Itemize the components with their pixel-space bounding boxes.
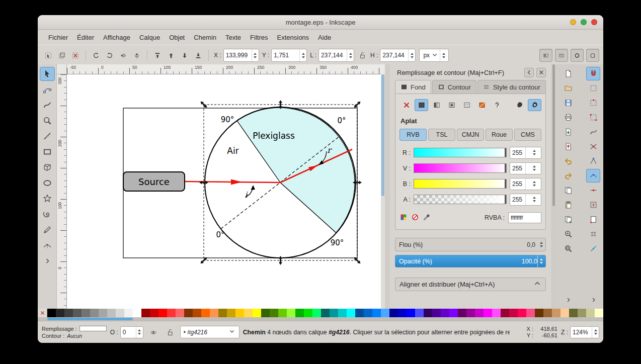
box3d-tool[interactable]	[40, 160, 55, 174]
swatch-button[interactable]	[475, 99, 489, 111]
select-same-button[interactable]	[55, 49, 68, 62]
palette-swatch[interactable]	[99, 309, 107, 317]
menu-calque[interactable]: Calque	[135, 32, 165, 43]
palette-swatch[interactable]	[578, 309, 586, 317]
menu-fichier[interactable]: Fichier	[44, 32, 72, 43]
tab-style-du-contour[interactable]: Style du contour	[477, 80, 546, 94]
palette-swatch[interactable]	[47, 309, 56, 317]
palette-swatch[interactable]	[150, 309, 158, 317]
raise-button[interactable]	[165, 49, 178, 62]
height-input[interactable]: 237,144	[380, 49, 416, 62]
opacity-spinner[interactable]	[537, 255, 544, 267]
palette-swatch[interactable]	[535, 309, 543, 317]
zoom-input[interactable]: 124%	[570, 326, 599, 338]
y-spinner[interactable]	[299, 49, 306, 61]
menu-filtres[interactable]: Filtres	[246, 32, 272, 43]
channel-spinner-b[interactable]	[525, 178, 541, 190]
palette-swatch[interactable]	[441, 309, 449, 317]
y-input[interactable]: 1,751	[271, 49, 307, 62]
menu-objet[interactable]: Objet	[165, 32, 189, 43]
zoom-drawing-button[interactable]	[561, 227, 575, 241]
snap-grids-button[interactable]	[586, 227, 600, 241]
out-of-gamut-icon[interactable]	[411, 213, 419, 223]
x-input[interactable]: 133,999	[223, 49, 259, 62]
palette-swatch[interactable]	[304, 309, 312, 317]
palette-swatch[interactable]	[295, 309, 304, 317]
palette-swatch[interactable]	[407, 309, 415, 317]
palette-scrollbar[interactable]	[38, 317, 603, 321]
palette-swatch[interactable]	[347, 309, 355, 317]
star-tool[interactable]	[40, 192, 55, 206]
palette-swatch[interactable]	[287, 309, 295, 317]
new-document-button[interactable]	[561, 67, 575, 80]
snap-guides-button[interactable]	[586, 242, 600, 255]
channel-spinner-v[interactable]	[525, 163, 541, 174]
deselect-button[interactable]	[69, 49, 82, 62]
tab-fond[interactable]: Fond	[395, 80, 431, 94]
menu-affichage[interactable]: Affichage	[99, 32, 135, 43]
rectangle-tool[interactable]	[40, 145, 55, 159]
move-patterns-toggle[interactable]	[555, 49, 568, 62]
layer-lock-button[interactable]	[164, 326, 177, 339]
pen-tool[interactable]	[40, 238, 55, 252]
palette-swatch[interactable]	[569, 309, 578, 317]
no-paint-button[interactable]	[399, 99, 413, 111]
palette-swatch[interactable]	[475, 309, 484, 317]
channel-value-a[interactable]: 255	[510, 194, 541, 206]
channel-value-v[interactable]: 255	[510, 162, 541, 174]
channel-slider-v[interactable]	[414, 163, 507, 173]
snap-more-button[interactable]	[586, 293, 600, 307]
channel-spinner-r[interactable]	[525, 147, 541, 158]
palette-swatch[interactable]	[501, 309, 509, 317]
pattern-button[interactable]	[460, 99, 473, 111]
width-input[interactable]: 237,144	[318, 49, 354, 62]
fill-rule-nonzero-button[interactable]	[513, 99, 526, 111]
blur-spinner[interactable]	[537, 238, 544, 251]
palette-swatch[interactable]	[458, 309, 466, 317]
lower-button[interactable]	[178, 49, 191, 62]
palette-swatch[interactable]	[321, 309, 330, 317]
palette-swatch[interactable]	[595, 309, 603, 317]
measure-tool[interactable]	[40, 129, 55, 143]
layer-visibility-button[interactable]	[147, 326, 160, 339]
menu-aide[interactable]: Aide	[313, 32, 336, 43]
save-document-button[interactable]	[561, 96, 575, 110]
pencil-tool[interactable]	[40, 223, 55, 237]
palette-swatch[interactable]	[235, 309, 244, 317]
palette-swatch[interactable]	[389, 309, 398, 317]
fill-stroke-indicator[interactable]: Remplissage : Contour : Aucun	[42, 326, 107, 339]
channel-value-b[interactable]: 255	[510, 178, 541, 190]
spiral-tool[interactable]	[40, 207, 55, 221]
snap-cusp-nodes-button[interactable]	[586, 154, 600, 168]
channel-value-r[interactable]: 255	[510, 147, 541, 159]
ruler-corner[interactable]	[57, 64, 67, 74]
palette-swatch[interactable]	[201, 309, 210, 317]
titlebar[interactable]: montage.eps - Inkscape	[38, 15, 603, 30]
slider-cursor[interactable]	[505, 164, 506, 172]
palette-none-button[interactable]	[38, 309, 47, 317]
palette-swatch[interactable]	[355, 309, 364, 317]
palette-swatch[interactable]	[338, 309, 347, 317]
fill-rule-evenodd-button[interactable]	[528, 99, 541, 111]
palette-swatch[interactable]	[509, 309, 518, 317]
open-document-button[interactable]	[561, 81, 575, 95]
palette-swatch[interactable]	[141, 309, 150, 317]
palette-swatch[interactable]	[492, 309, 501, 317]
palette-swatch[interactable]	[210, 309, 218, 317]
select-all-button[interactable]	[42, 49, 55, 62]
flip-horizontal-button[interactable]	[117, 49, 130, 62]
flat-color-button[interactable]	[415, 99, 428, 111]
palette-swatch[interactable]	[227, 309, 235, 317]
lock-ratio-button[interactable]	[356, 49, 369, 62]
lower-to-bottom-button[interactable]	[192, 49, 205, 62]
palette-swatch[interactable]	[330, 309, 338, 317]
redo-button[interactable]	[561, 169, 575, 183]
channel-spinner-a[interactable]	[525, 194, 541, 205]
palette-swatch[interactable]	[253, 309, 261, 317]
palette-swatch[interactable]	[193, 309, 201, 317]
palette-swatch[interactable]	[261, 309, 270, 317]
palette-swatch[interactable]	[526, 309, 535, 317]
import-image-button[interactable]	[561, 125, 575, 139]
palette-swatch[interactable]	[218, 309, 227, 317]
tweak-tool[interactable]	[40, 98, 55, 112]
